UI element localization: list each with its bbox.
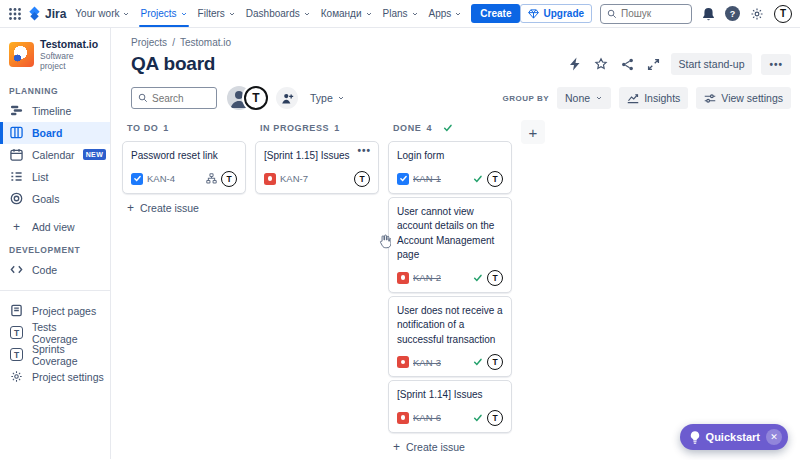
card-title: [Sprint 1.15] Issues [264, 149, 370, 164]
assignee-avatar[interactable]: T [221, 171, 237, 187]
sidebar-item-sprints-coverage[interactable]: T Sprints Coverage [0, 344, 110, 366]
insights-chart-icon [627, 93, 639, 104]
sidebar-item-board[interactable]: Board [0, 122, 110, 144]
user-t-avatar[interactable]: T [244, 86, 268, 110]
card-more-menu-icon[interactable]: ••• [357, 145, 371, 156]
sidebar-item-tests-coverage[interactable]: T Tests Coverage [0, 322, 110, 344]
nav-filters[interactable]: Filters [193, 1, 241, 26]
plus-icon: + [127, 202, 134, 214]
board-more-menu-button[interactable]: ••• [761, 54, 791, 75]
add-people-button[interactable] [276, 87, 298, 109]
task-type-icon [131, 173, 143, 185]
sidebar-item-project-pages[interactable]: Project pages [0, 300, 110, 322]
fullscreen-expand-icon[interactable] [645, 56, 662, 73]
nav-teams[interactable]: Команди [316, 1, 378, 26]
card-kan-4[interactable]: Password reset link KAN-4 T [122, 141, 246, 194]
new-badge: NEW [83, 149, 107, 160]
kanban-board: TO DO1 Password reset link KAN-4 T [122, 123, 791, 460]
settings-gear-icon[interactable] [748, 5, 766, 23]
more-horizontal-icon: ••• [769, 59, 783, 70]
card-kan-7[interactable]: ••• [Sprint 1.15] Issues KAN-7 T [255, 141, 379, 194]
assignee-avatar[interactable]: T [354, 171, 370, 187]
project-logo-icon [9, 42, 34, 67]
issue-key[interactable]: KAN-3 [413, 357, 441, 368]
help-icon[interactable]: ? [725, 6, 740, 21]
nav-dashboards[interactable]: Dashboards [241, 1, 316, 26]
nav-projects[interactable]: Projects [135, 1, 192, 26]
jira-logo-icon [27, 6, 42, 21]
notifications-bell-icon[interactable] [700, 5, 717, 23]
board-search[interactable] [131, 87, 217, 109]
project-settings-gear-icon [9, 370, 24, 383]
start-standup-button[interactable]: Start stand-up [671, 53, 753, 75]
app-switcher-icon[interactable] [6, 5, 24, 23]
card-kan-6[interactable]: [Sprint 1.14] Issues KAN-6 T [388, 380, 512, 433]
board-search-input[interactable] [152, 93, 210, 104]
card-title: User cannot view account details on the … [397, 205, 503, 263]
assignee-filter-avatars: T [227, 86, 298, 110]
issue-key[interactable]: KAN-2 [413, 272, 441, 283]
board-toolbar: T Type GROUP BY None Insights [131, 86, 791, 110]
jira-logo[interactable]: Jira [27, 6, 66, 21]
project-type: Software project [40, 51, 101, 71]
top-navigation: Jira Your work Projects Filters Dashboar… [0, 0, 800, 28]
card-kan-3[interactable]: User does not receive a notification of … [388, 296, 512, 378]
done-check-icon [473, 413, 483, 423]
assignee-avatar[interactable]: T [487, 410, 503, 426]
quickstart-label: Quickstart [706, 431, 760, 443]
type-filter-dropdown[interactable]: Type [310, 92, 345, 104]
done-check-icon [473, 273, 483, 283]
nav-plans[interactable]: Plans [378, 1, 424, 26]
card-kan-2[interactable]: User cannot view account details on the … [388, 197, 512, 293]
search-icon [607, 9, 617, 19]
sidebar-item-calendar[interactable]: Calendar NEW [0, 144, 110, 166]
assignee-avatar[interactable]: T [487, 354, 503, 370]
breadcrumb: Projects / Testomat.io [131, 37, 791, 48]
add-view-button[interactable]: + Add view [0, 216, 110, 238]
insights-button[interactable]: Insights [619, 87, 688, 109]
create-issue-button-todo[interactable]: + Create issue [122, 194, 246, 222]
quickstart-close-icon[interactable]: ✕ [766, 429, 782, 445]
assignee-avatar[interactable]: T [487, 270, 503, 286]
search-icon [138, 93, 148, 103]
issue-key[interactable]: KAN-7 [280, 173, 308, 184]
upgrade-button[interactable]: Upgrade [520, 4, 592, 23]
nav-apps[interactable]: Apps [424, 1, 468, 26]
project-switcher[interactable]: Testomat.io Software project [0, 38, 110, 71]
create-button[interactable]: Create [471, 4, 520, 23]
issue-key[interactable]: KAN-4 [147, 173, 175, 184]
primary-nav: Your work Projects Filters Dashboards Ко… [70, 1, 467, 26]
create-issue-button-done[interactable]: + Create issue [388, 433, 512, 460]
bug-type-icon [397, 412, 409, 424]
quickstart-widget[interactable]: Quickstart ✕ [680, 424, 788, 450]
sidebar-item-code[interactable]: Code [0, 259, 110, 281]
sidebar-item-goals[interactable]: Goals [0, 188, 110, 210]
star-icon[interactable] [592, 55, 610, 73]
sidebar-item-project-settings[interactable]: Project settings [0, 366, 110, 388]
add-column-button[interactable]: + [521, 120, 545, 144]
card-title: Password reset link [131, 149, 237, 164]
issue-key[interactable]: KAN-6 [413, 412, 441, 423]
global-search[interactable] [600, 4, 692, 24]
column-in-progress: IN PROGRESS1 ••• [Sprint 1.15] Issues KA… [255, 123, 379, 194]
task-type-icon [397, 173, 409, 185]
share-icon[interactable] [619, 56, 636, 73]
user-avatar[interactable]: T [774, 5, 792, 23]
automation-lightning-icon[interactable] [567, 55, 583, 73]
project-sidebar: Testomat.io Software project PLANNING Ti… [0, 28, 111, 459]
card-kan-1[interactable]: Login form KAN-1 T [388, 141, 512, 194]
column-in-progress-header: IN PROGRESS1 [255, 123, 379, 141]
nav-your-work[interactable]: Your work [70, 1, 135, 26]
global-search-input[interactable] [621, 8, 685, 19]
group-by-dropdown[interactable]: None [557, 87, 611, 109]
planning-section-label: PLANNING [0, 79, 110, 100]
assignee-avatar[interactable]: T [487, 171, 503, 187]
development-section-label: DEVELOPMENT [0, 238, 110, 259]
timeline-icon [9, 104, 24, 117]
breadcrumb-projects[interactable]: Projects [131, 37, 167, 48]
view-settings-button[interactable]: View settings [696, 87, 791, 109]
issue-key[interactable]: KAN-1 [413, 173, 441, 184]
breadcrumb-current[interactable]: Testomat.io [180, 37, 231, 48]
sidebar-item-timeline[interactable]: Timeline [0, 100, 110, 122]
sidebar-item-list[interactable]: List [0, 166, 110, 188]
